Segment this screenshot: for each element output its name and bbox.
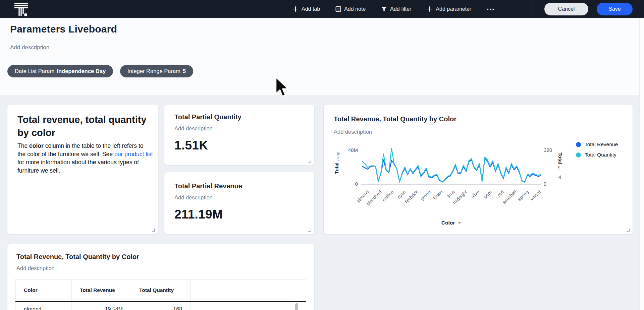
table-tile: Total Revenue, Total Quantity by Color A… — [7, 244, 314, 310]
table-cell: almond — [16, 302, 72, 310]
tile-description-placeholder[interactable]: Add description — [334, 129, 372, 135]
parameter-name: Integer Range Param — [127, 68, 180, 74]
add-note-button[interactable]: Add note — [335, 6, 366, 12]
tile-description-placeholder[interactable]: Add description — [174, 194, 304, 201]
save-button[interactable]: Save — [597, 3, 633, 15]
legend-item-total-revenue[interactable]: Total Revenue — [576, 141, 618, 147]
parameter-chip-date-list-param[interactable]: Date List ParamIndependence Day — [7, 65, 113, 77]
table-cell: 168 — [131, 302, 191, 310]
tile-title: Total Partial Quantity — [174, 113, 304, 121]
parameter-value: 5 — [183, 68, 186, 74]
x-axis-line — [361, 184, 541, 185]
tile-title: Total Revenue, Total Quantity by Color — [16, 253, 305, 261]
y-axis-right-max-tick: 320 — [544, 147, 560, 153]
product-list-link[interactable]: our product list — [114, 151, 153, 158]
filter-icon — [381, 6, 387, 12]
navbar-divider — [533, 4, 533, 14]
navbar-actions: Add tabAdd noteAdd filterAdd parameter••… — [292, 0, 495, 18]
note-text-bold: color — [29, 142, 44, 149]
chart-tile: Total Revenue, Total Quantity by Color A… — [324, 105, 633, 234]
table-scrollbar[interactable] — [295, 303, 298, 310]
table-column-header[interactable]: Total Revenue — [72, 280, 131, 302]
plus-icon — [292, 6, 299, 12]
note-tile: Total revenue, total quantity by color T… — [7, 105, 158, 234]
table-cell — [191, 302, 306, 310]
resize-handle[interactable] — [627, 229, 630, 232]
kpi-tile-total-partial-revenue: Total Partial Revenue Add description 21… — [164, 172, 314, 234]
chart-legend: Total RevenueTotal Quantity — [576, 141, 618, 158]
thoughtspot-logo-icon[interactable] — [13, 2, 29, 16]
cancel-button[interactable]: Cancel — [544, 3, 588, 15]
note-tile-body: The color column in the table to the lef… — [17, 142, 153, 175]
add-filter-button[interactable]: Add filter — [381, 6, 411, 12]
y-axis-right-label: Total ... — [557, 152, 563, 170]
table-row: almond19.54M168 — [16, 302, 306, 310]
liveboard-header: Parameters Liveboard Add description Dat… — [0, 18, 639, 95]
parameter-chips: Date List ParamIndependence DayInteger R… — [7, 65, 193, 77]
plus-icon — [427, 6, 433, 12]
tile-title: Total Partial Revenue — [174, 182, 304, 190]
line-chart-plot[interactable] — [362, 146, 541, 184]
page-title: Parameters Liveboard — [10, 23, 117, 35]
kpi-value: 211.19M — [174, 207, 304, 222]
total-quantity-line — [362, 148, 541, 182]
table-column-header[interactable]: Total Quantity — [131, 280, 191, 302]
liveboard-description-placeholder[interactable]: Add description — [10, 44, 49, 51]
resize-handle[interactable] — [308, 229, 311, 232]
page-scrollbar[interactable] — [639, 18, 644, 310]
note-tile-title: Total revenue, total quantity by color — [17, 113, 148, 139]
nav-item-label: Add note — [344, 6, 366, 12]
table-cell: 19.54M — [72, 302, 131, 310]
resize-handle[interactable] — [308, 160, 311, 163]
note-text: The — [17, 142, 29, 149]
tile-title: Total Revenue, Total Quantity by Color — [334, 115, 457, 123]
parameter-name: Date List Param — [15, 68, 54, 74]
top-navbar: Add tabAdd noteAdd filterAdd parameter••… — [0, 0, 644, 18]
y-axis-right-min-tick: 0 — [544, 181, 560, 187]
kpi-tile-total-partial-quantity: Total Partial Quantity Add description 1… — [164, 105, 314, 165]
add-tab-button[interactable]: Add tab — [292, 6, 320, 12]
nav-item-label: Add filter — [390, 6, 411, 12]
kpi-value: 1.51K — [174, 138, 304, 152]
legend-item-total-quantity[interactable]: Total Quantity — [576, 152, 618, 158]
y-axis-left-label: Total ... — [334, 157, 339, 174]
add-parameter-button[interactable]: Add parameter — [427, 6, 471, 12]
table-column-header[interactable]: Color — [16, 280, 72, 302]
note-text: for more information about the various t… — [17, 159, 139, 174]
nav-item-label: Add parameter — [436, 6, 471, 12]
tile-description-placeholder[interactable]: Add description — [174, 125, 304, 132]
y-axis-left-min-tick: 0 — [337, 181, 358, 187]
liveboard-canvas: Total revenue, total quantity by color T… — [0, 95, 639, 310]
expand-left-axis-icon[interactable] — [337, 152, 340, 156]
legend-dot-icon — [576, 152, 581, 158]
legend-label: Total Revenue — [585, 141, 618, 147]
parameter-value: Independence Day — [57, 68, 106, 74]
y-axis-left-max-tick: 48M — [337, 147, 358, 153]
parameter-chip-integer-range-param[interactable]: Integer Range Param5 — [120, 65, 193, 77]
chevron-down-icon — [458, 222, 462, 224]
x-axis-column-selector[interactable]: Color — [362, 220, 541, 226]
resize-handle[interactable] — [152, 229, 155, 232]
legend-label: Total Quantity — [585, 152, 616, 158]
collapse-right-axis-icon[interactable] — [558, 175, 561, 179]
legend-dot-icon — [576, 142, 581, 147]
more-options-button[interactable]: ••• — [487, 6, 495, 12]
table-column-header[interactable] — [191, 280, 306, 302]
x-axis-label: Color — [441, 220, 455, 226]
note-icon — [335, 6, 341, 12]
tile-description-placeholder[interactable]: Add description — [16, 265, 305, 271]
nav-item-label: Add tab — [302, 6, 320, 12]
data-table: ColorTotal RevenueTotal Quantity almond1… — [15, 279, 306, 310]
